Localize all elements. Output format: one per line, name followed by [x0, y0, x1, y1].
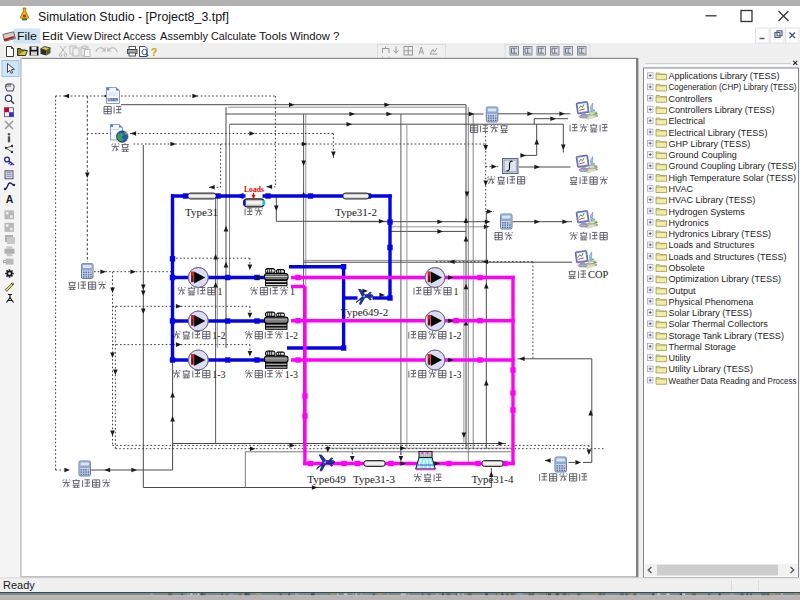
svg-text:Obsolete: Obsolete [669, 262, 705, 273]
svg-text:Weather Data Reading and Proce: Weather Data Reading and Process [669, 375, 797, 386]
svg-text:Electrical: Electrical [669, 115, 706, 126]
svg-text:Ground Coupling: Ground Coupling [669, 149, 737, 160]
svg-text:Loads: Loads [244, 185, 264, 194]
svg-text:Calculate: Calculate [211, 30, 256, 42]
svg-text:Physical Phenomena: Physical Phenomena [669, 296, 755, 307]
svg-text:Solar Thermal Collectors: Solar Thermal Collectors [669, 318, 768, 329]
svg-text:Type649-2: Type649-2 [341, 306, 389, 318]
svg-text:Applications Library (TESS): Applications Library (TESS) [669, 70, 780, 81]
svg-text:?: ? [151, 46, 158, 58]
svg-text:Ground Coupling Library (TESS): Ground Coupling Library (TESS) [669, 160, 797, 171]
svg-text:GHP Library (TESS): GHP Library (TESS) [669, 138, 751, 149]
svg-text:Cogeneration (CHP) Library (TE: Cogeneration (CHP) Library (TESS) [669, 81, 797, 92]
svg-text:Hydronics: Hydronics [669, 217, 709, 228]
svg-text:View: View [66, 30, 93, 42]
svg-text:Utility: Utility [669, 352, 691, 363]
svg-text:Output: Output [669, 285, 696, 296]
svg-text:Utility Library (TESS): Utility Library (TESS) [669, 363, 753, 374]
svg-text:1: 1 [290, 286, 295, 297]
svg-text:Hydronics Library (TESS): Hydronics Library (TESS) [669, 228, 772, 239]
svg-text:Type31: Type31 [185, 206, 218, 218]
svg-text:Simulation Studio - [Project8_: Simulation Studio - [Project8_3.tpf] [38, 10, 229, 24]
svg-text:Edit: Edit [42, 30, 64, 42]
svg-text:A: A [6, 193, 14, 205]
svg-text:Loads and Structures: Loads and Structures [669, 239, 755, 250]
svg-text:File: File [17, 30, 37, 42]
svg-text:Tools: Tools [259, 30, 287, 42]
svg-text:HVAC: HVAC [669, 183, 694, 194]
svg-text:Type31-4: Type31-4 [472, 473, 514, 485]
svg-text:HVAC Library (TESS): HVAC Library (TESS) [669, 194, 756, 205]
svg-text:Type649: Type649 [307, 473, 346, 485]
svg-text:1-3: 1-3 [212, 369, 225, 380]
svg-text:Ready: Ready [3, 579, 35, 591]
svg-text:1-2: 1-2 [448, 330, 461, 341]
svg-text:Solar Library (TESS): Solar Library (TESS) [669, 307, 752, 318]
svg-text:1: 1 [453, 286, 458, 297]
svg-text:Assembly: Assembly [160, 30, 208, 42]
svg-text:Controllers: Controllers [669, 93, 713, 104]
svg-text:1-2: 1-2 [212, 330, 225, 341]
svg-text:Direct Access: Direct Access [94, 30, 156, 42]
svg-text:Type31-2: Type31-2 [335, 206, 377, 218]
svg-text:Loads and Structures (TESS): Loads and Structures (TESS) [669, 251, 787, 262]
svg-text:?: ? [333, 30, 339, 42]
svg-text:Thermal Storage: Thermal Storage [669, 341, 736, 352]
svg-text:1-3: 1-3 [285, 369, 298, 380]
svg-text:Controllers Library (TESS): Controllers Library (TESS) [669, 104, 775, 115]
svg-text:Hydrogen Systems: Hydrogen Systems [669, 206, 745, 217]
svg-text:Electrical Library (TESS): Electrical Library (TESS) [669, 127, 768, 138]
svg-text:1-2: 1-2 [285, 330, 298, 341]
svg-text:Window: Window [290, 30, 331, 42]
svg-text:USER: USER [107, 98, 118, 102]
svg-text:1-3: 1-3 [448, 369, 461, 380]
svg-text:COP: COP [588, 269, 609, 280]
svg-text:Storage Tank Library (TESS): Storage Tank Library (TESS) [669, 330, 784, 341]
svg-text:Optimization Library (TESS): Optimization Library (TESS) [669, 273, 782, 284]
svg-text:1: 1 [217, 286, 222, 297]
svg-text:High Temperature Solar (TESS): High Temperature Solar (TESS) [669, 172, 797, 183]
svg-text:Type31-3: Type31-3 [353, 473, 395, 485]
